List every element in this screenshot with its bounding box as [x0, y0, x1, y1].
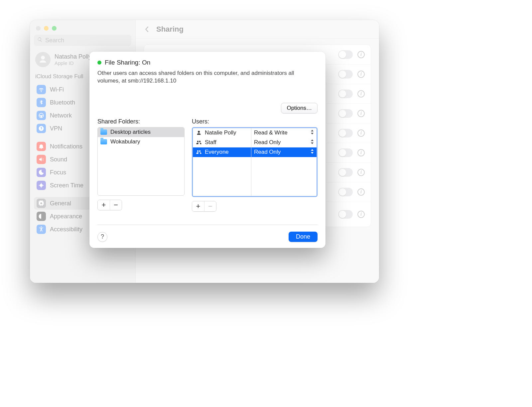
sidebar-item-label: General — [50, 200, 71, 207]
back-button[interactable] — [142, 25, 152, 34]
sidebar-item-label: Accessibility — [50, 226, 82, 233]
permission-select[interactable]: Read Only — [251, 147, 317, 157]
permission-value: Read Only — [254, 139, 281, 146]
info-icon[interactable]: i — [357, 51, 365, 58]
stepper-icon — [311, 139, 314, 146]
user-row[interactable]: Everyone — [193, 147, 251, 157]
service-toggle[interactable] — [338, 70, 353, 79]
screentime-icon — [37, 181, 46, 190]
stepper-icon — [311, 149, 314, 155]
focus-icon — [37, 168, 46, 177]
group-icon — [196, 149, 202, 155]
wifi-icon — [37, 85, 46, 94]
folders-add-remove: + − — [97, 200, 122, 210]
sidebar-item-label: Focus — [50, 169, 66, 176]
sidebar-item-label: Notifications — [50, 143, 82, 150]
page-title: Sharing — [156, 25, 184, 34]
info-icon[interactable]: i — [357, 110, 365, 117]
add-folder-button[interactable]: + — [98, 200, 110, 210]
info-icon[interactable]: i — [357, 169, 365, 176]
service-toggle[interactable] — [338, 188, 353, 196]
folder-row[interactable]: Wokabulary — [98, 137, 184, 147]
info-icon[interactable]: i — [357, 71, 365, 78]
folder-name: Wokabulary — [110, 138, 140, 145]
user-name: Staff — [205, 139, 216, 146]
user-name: Natalie Polly — [205, 129, 236, 136]
service-toggle[interactable] — [338, 109, 353, 118]
users-add-remove: + − — [192, 201, 216, 212]
search-input[interactable]: Search — [34, 35, 131, 46]
chevron-left-icon — [145, 26, 149, 33]
sidebar-item-label: VPN — [50, 125, 62, 132]
minimize-icon[interactable] — [44, 26, 49, 31]
folder-row[interactable]: Desktop articles — [98, 127, 184, 137]
sheet-subtitle: Other users can access shared folders on… — [97, 70, 310, 85]
remove-folder-button[interactable]: − — [110, 200, 122, 210]
sidebar-item-label: Bluetooth — [50, 99, 75, 106]
status-dot-on-icon — [97, 61, 101, 65]
options-button[interactable]: Options… — [281, 103, 318, 113]
appearance-icon — [37, 212, 46, 221]
folder-name: Desktop articles — [110, 129, 151, 135]
close-icon[interactable] — [36, 26, 41, 31]
done-button[interactable]: Done — [289, 232, 318, 242]
user-row[interactable]: Staff — [193, 138, 251, 147]
file-sharing-sheet: File Sharing: On Other users can access … — [89, 52, 326, 248]
search-placeholder: Search — [45, 37, 64, 44]
account-name: Natasha Polly — [55, 53, 91, 60]
avatar — [35, 52, 51, 67]
folder-icon — [100, 129, 107, 135]
account-sub: Apple ID — [55, 60, 91, 66]
group-icon — [196, 139, 202, 145]
bell-icon — [37, 142, 46, 151]
service-toggle[interactable] — [338, 210, 353, 219]
titlebar: Sharing — [136, 20, 379, 39]
sidebar-item-label: Wi-Fi — [50, 86, 64, 93]
info-icon[interactable]: i — [357, 211, 365, 218]
users-label: Users: — [192, 118, 318, 125]
search-icon — [37, 37, 43, 44]
sound-icon — [37, 155, 46, 164]
add-user-button[interactable]: + — [192, 201, 204, 211]
stepper-icon — [311, 129, 314, 136]
info-icon[interactable]: i — [357, 129, 365, 137]
sidebar-item-label: Sound — [50, 156, 67, 163]
folder-icon — [100, 139, 107, 144]
help-button[interactable]: ? — [97, 232, 107, 242]
accessibility-icon — [37, 225, 46, 234]
vpn-icon — [37, 124, 46, 133]
info-icon[interactable]: i — [357, 149, 365, 156]
gear-icon — [37, 199, 46, 208]
service-toggle[interactable] — [338, 50, 353, 59]
bluetooth-icon — [37, 98, 46, 107]
sheet-title: File Sharing: On — [105, 59, 150, 66]
user-name: Everyone — [205, 149, 229, 155]
permission-value: Read Only — [254, 149, 281, 155]
service-toggle[interactable] — [338, 148, 353, 157]
info-icon[interactable]: i — [357, 90, 365, 98]
users-list[interactable]: Natalie Polly Staff Everyone — [192, 127, 318, 197]
service-toggle[interactable] — [338, 90, 353, 98]
network-icon — [37, 111, 46, 120]
remove-user-button[interactable]: − — [204, 201, 216, 211]
permission-select[interactable]: Read & Write — [251, 128, 317, 138]
info-icon[interactable]: i — [357, 188, 365, 196]
sidebar-item-label: Network — [50, 112, 72, 119]
shared-folders-label: Shared Folders: — [97, 118, 185, 125]
window-controls — [34, 25, 131, 35]
service-toggle[interactable] — [338, 168, 353, 177]
permission-select[interactable]: Read Only — [251, 138, 317, 147]
sidebar-item-label: Appearance — [50, 213, 82, 220]
permission-value: Read & Write — [254, 129, 288, 136]
sidebar-item-label: Screen Time — [50, 182, 83, 189]
user-row[interactable]: Natalie Polly — [193, 128, 251, 138]
zoom-icon[interactable] — [52, 26, 57, 31]
service-toggle[interactable] — [338, 129, 353, 137]
shared-folders-list[interactable]: Desktop articles Wokabulary — [97, 127, 185, 196]
person-icon — [196, 130, 202, 136]
